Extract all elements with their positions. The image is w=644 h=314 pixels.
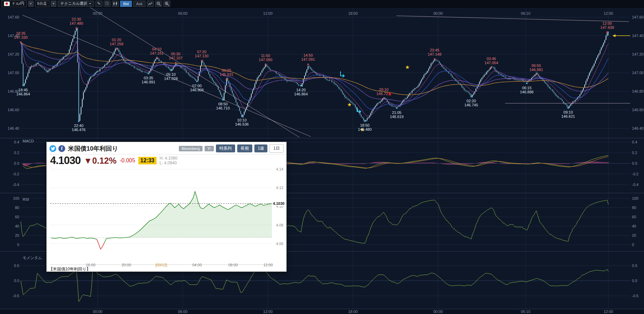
bloomberg-badge[interactable]: Bloomberg (179, 146, 203, 151)
y-axis-label: 20 (632, 233, 636, 237)
timeframe-dropdown-button[interactable]: ▼ (51, 1, 56, 7)
widget-footer: 【米国債10年利回り】 (49, 266, 91, 272)
y-axis-label: 0.2 (632, 151, 637, 155)
trading-app: ★★★ MACD RSI モメンタム 18:35147.33022:30147.… (0, 0, 644, 314)
trendline-drawing[interactable] (86, 5, 299, 137)
time-axis-label: 12:00 (259, 11, 276, 15)
time-axis-label: 00:00 (89, 310, 106, 314)
moving-average-line (21, 43, 609, 109)
y-axis-label: -0.4 (5, 183, 19, 187)
y-axis-label: 60 (632, 215, 636, 219)
price-annotation: 02:20146.745 (461, 99, 482, 107)
trendline-drawing[interactable] (396, 16, 629, 22)
y-axis-label: 146.80 (632, 89, 644, 93)
time-axis-label: 18:00 (344, 11, 361, 15)
signal-marker (389, 92, 391, 95)
zoom-out-button[interactable] (155, 1, 162, 7)
toolbar: ドル/円 ▼ 5分足 ▼ テクニカル選択▼ ✎ ⓘ Bid Ask (0, 0, 644, 8)
current-yield: 4.1030 (50, 154, 81, 167)
treasury-y-label: 4.08 (276, 223, 283, 227)
widget-price-row: 4.1030 ▼0.12% -0.005 12:33 H: 4.1060 L: … (47, 154, 286, 167)
y-axis-label: 100 (632, 196, 638, 200)
tab-1week[interactable]: 1週 (254, 144, 268, 152)
line-chart-button[interactable] (147, 1, 154, 7)
candle-style-button[interactable] (112, 1, 119, 7)
price-annotation: 03:45147.054 (481, 57, 502, 65)
facebook-icon[interactable]: f (58, 145, 65, 152)
y-axis-label: 0 (632, 243, 634, 247)
star-marker[interactable]: ★ (405, 64, 410, 70)
yahoo-badge[interactable]: Y! (205, 146, 214, 151)
tab-longterm[interactable]: 長期 (237, 144, 252, 152)
y-axis-label: 80 (5, 206, 19, 210)
price-annotation: 07:20147.130 (191, 50, 212, 58)
y-axis-label: -0.4 (632, 183, 639, 187)
y-axis-label: 146.60 (5, 108, 19, 112)
price-annotation: 09:10146.621 (558, 110, 578, 118)
yield-line (97, 240, 104, 249)
panel-separator (0, 309, 644, 309)
y-axis-label: 0.0 (632, 161, 637, 165)
price-annotation: 01:20147.258 (106, 38, 127, 46)
time-axis-label: 06:10 (517, 11, 534, 15)
pencil-icon: ✎ (97, 1, 100, 6)
time-axis-label: 18:00 (344, 310, 361, 314)
price-annotation: 20:10146.72 (373, 88, 394, 96)
y-axis-label: 147.40 (632, 34, 644, 38)
time-axis-label: [03/12] (152, 263, 171, 267)
momentum-panel-label: モメンタム (23, 255, 42, 260)
day-low: L: 4.0940 (160, 161, 177, 165)
y-axis-label: 0.0 (632, 279, 637, 283)
bid-toggle[interactable]: Bid (120, 1, 132, 7)
time-axis-label: 06:00 (174, 310, 191, 314)
area-fill (51, 191, 272, 237)
currency-pair-dropdown-button[interactable]: ▼ (28, 1, 34, 7)
time-axis-label: 08:00 (223, 263, 243, 267)
price-annotation: 18:50146.480 (355, 123, 375, 131)
price-annotation: 23:45147.148 (424, 48, 445, 56)
tab-1day[interactable]: 1日 (269, 144, 284, 153)
y-axis-label: 0.2 (5, 151, 19, 155)
y-axis-label: 146.60 (632, 108, 644, 112)
price-annotation: 22:40146.476 (68, 124, 89, 132)
price-annotation: 18:45146.864 (13, 88, 33, 96)
time-axis-label: 00:00 (89, 11, 106, 15)
price-annotation: 07:00146.906 (187, 84, 207, 92)
change-value: -0.005 (119, 158, 135, 164)
time-axis-label: 12:00 (258, 263, 278, 267)
price-annotation: 03:35146.991 (138, 76, 159, 84)
tab-timeseries[interactable]: 時系列 (216, 144, 235, 152)
zoom-in-button[interactable] (163, 1, 170, 7)
quote-time: 12:33 (138, 157, 157, 164)
price-annotation: 22:30147.480 (66, 17, 87, 25)
price-annotation: 05:10147.028 (161, 72, 181, 81)
y-axis-label: 146.40 (632, 126, 644, 130)
timeframe-select[interactable]: 5分足 (35, 0, 49, 7)
treasury-widget: f 米国債10年利回り Bloomberg Y! 時系列 長期 1週 1日 4.… (46, 142, 287, 272)
ask-toggle[interactable]: Ask (133, 1, 146, 7)
chevron-down-icon: ▼ (89, 2, 91, 5)
y-axis-label: 0.0 (5, 279, 19, 283)
y-axis-label: 20 (5, 233, 19, 237)
y-axis-label: 40 (632, 224, 636, 228)
treasury-y-label: 4.06 (276, 242, 283, 246)
currency-pair-label: ドル/円 (12, 1, 24, 6)
price-annotation: 14:20146.864 (291, 88, 311, 96)
time-axis-label: 00:00 (429, 310, 447, 314)
twitter-icon[interactable] (49, 145, 56, 152)
widget-title: 米国債10年利回り (68, 144, 118, 153)
y-axis-label: -0.2 (5, 172, 19, 176)
time-axis-label: 12:00 (600, 310, 617, 314)
time-axis-label: 12:00 (600, 11, 617, 15)
currency-pair-select[interactable]: ドル/円 (1, 0, 27, 7)
price-annotation: 06:15146.886 (517, 86, 537, 94)
star-marker[interactable]: ★ (347, 102, 352, 107)
time-axis-label: 04:00 (187, 263, 207, 267)
y-axis-label: 0.5 (632, 264, 637, 268)
arrow-drawing[interactable] (341, 71, 344, 77)
currency-pair-icon (4, 1, 10, 6)
info-button[interactable]: ⓘ (104, 1, 111, 7)
draw-tool-button[interactable]: ✎ (95, 1, 102, 7)
y-axis-label: 80 (632, 206, 636, 210)
technical-select-button[interactable]: テクニカル選択▼ (58, 1, 94, 7)
